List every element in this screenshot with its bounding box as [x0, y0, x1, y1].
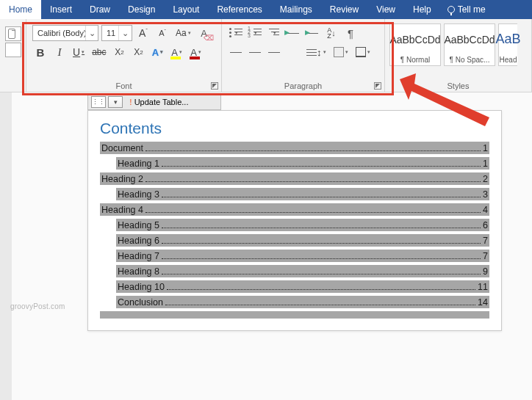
- strikethrough-button[interactable]: abc: [90, 44, 108, 60]
- toc-entry-page: 6: [483, 220, 488, 230]
- toc-entries: Document1Heading 11Heading 22Heading 33H…: [100, 142, 489, 308]
- tab-home[interactable]: Home: [0, 0, 41, 19]
- toc-entry[interactable]: Heading 44: [100, 203, 489, 216]
- font-group-label: Font: [26, 81, 221, 90]
- style-preview: AaBbCcDd: [445, 24, 495, 54]
- toc-leader-dots: [162, 268, 481, 274]
- toc-entry-text: Document: [101, 143, 143, 153]
- style-heading[interactable]: AaB Head: [498, 23, 517, 66]
- italic-button[interactable]: I: [51, 44, 68, 60]
- underline-button[interactable]: U: [71, 44, 87, 60]
- change-case-button[interactable]: Aa: [173, 25, 193, 41]
- toc-leader-dots: [162, 252, 481, 259]
- font-name-combo[interactable]: Calibri (Body) ⌄: [32, 25, 98, 41]
- highlight-button[interactable]: A: [168, 44, 184, 60]
- tell-me-search[interactable]: Tell me: [440, 0, 493, 19]
- tab-insert[interactable]: Insert: [41, 0, 81, 19]
- ribbon: Calibri (Body) ⌄ 11 ⌄ Aˆ Aˇ Aa A⌫ B I U …: [0, 19, 532, 92]
- toc-entry[interactable]: Document1: [100, 142, 489, 154]
- borders-button[interactable]: [353, 44, 373, 60]
- shading-button[interactable]: [331, 44, 351, 60]
- toc-entry[interactable]: Heading 56: [116, 219, 489, 231]
- sort-button[interactable]: AZ↓: [323, 25, 339, 41]
- toc-entry[interactable]: Heading 11: [116, 157, 489, 170]
- style-preview: AaBbCcDd: [390, 24, 440, 54]
- ribbon-tabs: Home Insert Draw Design Layout Reference…: [0, 0, 532, 19]
- update-table-button[interactable]: ! Update Table...: [125, 95, 193, 109]
- style-name: ¶ Normal: [390, 54, 440, 65]
- paragraph-group-label: Paragraph: [222, 81, 384, 90]
- tab-view[interactable]: View: [367, 0, 404, 19]
- align-left-button[interactable]: [228, 44, 244, 60]
- toc-entry-text: Heading 5: [118, 220, 159, 230]
- grow-font-button[interactable]: Aˆ: [135, 25, 151, 41]
- paragraph-dialog-launcher[interactable]: [374, 82, 381, 90]
- toc-entry[interactable]: Heading 33: [116, 188, 489, 200]
- toc-entry-text: Heading 1: [118, 159, 159, 169]
- clipboard-pane: [0, 19, 26, 92]
- toc-entry[interactable]: Heading 22: [100, 172, 489, 185]
- toc-entry-page: 2: [483, 174, 488, 184]
- tab-review[interactable]: Review: [321, 0, 367, 19]
- update-table-label: Update Table...: [134, 98, 189, 106]
- decrease-indent-button[interactable]: ◀: [285, 25, 301, 41]
- toc-entry-page: 11: [478, 282, 488, 292]
- shrink-font-button[interactable]: Aˇ: [154, 25, 170, 41]
- toc-entry[interactable]: Heading 67: [116, 234, 489, 247]
- chevron-down-icon[interactable]: ⌄: [118, 26, 132, 40]
- tab-layout[interactable]: Layout: [164, 0, 208, 19]
- styles-group: AaBbCcDd ¶ Normal AaBbCcDd ¶ No Spac... …: [385, 19, 532, 92]
- text-effects-button[interactable]: A: [149, 44, 165, 60]
- styles-group-label: Styles: [385, 81, 531, 90]
- clear-formatting-button[interactable]: A⌫: [196, 25, 212, 41]
- toc-entry[interactable]: Heading 77: [116, 250, 489, 262]
- line-spacing-button[interactable]: ↕: [304, 44, 328, 60]
- tab-references[interactable]: References: [208, 0, 270, 19]
- clipboard-icon[interactable]: [5, 43, 21, 57]
- toc-handle-icon[interactable]: ⋮⋮: [91, 96, 106, 108]
- tab-help[interactable]: Help: [404, 0, 440, 19]
- style-no-spacing[interactable]: AaBbCcDd ¶ No Spac...: [444, 23, 495, 66]
- toc-leader-dots: [162, 237, 481, 244]
- numbering-button[interactable]: 123: [247, 25, 263, 41]
- lightbulb-icon: [447, 6, 455, 13]
- watermark-text: groovyPost.com: [10, 302, 65, 310]
- paste-icon[interactable]: [5, 26, 21, 41]
- toc-entry-page: 7: [483, 251, 488, 261]
- toc-entry-text: Heading 6: [118, 236, 159, 246]
- font-color-button[interactable]: A: [187, 44, 204, 60]
- align-center-button[interactable]: [247, 44, 263, 60]
- document-page: ⋮⋮ ▾ ! Update Table... Contents Document…: [87, 110, 502, 331]
- toc-entry[interactable]: Conclusion14: [116, 296, 489, 308]
- chevron-down-icon[interactable]: ⌄: [85, 26, 98, 40]
- font-size-combo[interactable]: 11 ⌄: [101, 25, 132, 41]
- align-right-button[interactable]: [266, 44, 282, 60]
- tab-mailings[interactable]: Mailings: [271, 0, 321, 19]
- bold-button[interactable]: B: [32, 44, 48, 60]
- style-preview: AaB: [499, 24, 517, 54]
- show-marks-button[interactable]: ¶: [342, 25, 359, 41]
- style-normal[interactable]: AaBbCcDd ¶ Normal: [389, 23, 441, 66]
- paragraph-group: 123 ◀ ▶ AZ↓ ¶ ↕ Paragraph: [222, 19, 385, 92]
- toc-entry-page: 3: [483, 189, 488, 200]
- toc-entry-text: Heading 2: [101, 174, 143, 184]
- tab-design[interactable]: Design: [119, 0, 164, 19]
- toc-entry[interactable]: Heading 89: [116, 265, 489, 277]
- justify-button[interactable]: [285, 44, 301, 60]
- toc-menu-icon[interactable]: ▾: [108, 96, 123, 108]
- font-dialog-launcher[interactable]: [211, 82, 218, 90]
- multilevel-list-button[interactable]: [266, 25, 282, 41]
- toc-trailing-selection: [100, 311, 489, 319]
- toc-leader-dots: [145, 145, 481, 151]
- subscript-button[interactable]: X2: [111, 44, 127, 60]
- style-name: ¶ No Spac...: [445, 54, 495, 65]
- document-area: groovyPost.com ⋮⋮ ▾ ! Update Table... Co…: [0, 92, 532, 400]
- toc-leader-dots: [145, 175, 481, 182]
- increase-indent-button[interactable]: ▶: [304, 25, 320, 41]
- tab-draw[interactable]: Draw: [81, 0, 119, 19]
- superscript-button[interactable]: X2: [130, 44, 146, 60]
- font-size-value: 11: [102, 29, 118, 37]
- toc-entry[interactable]: Heading 1011: [116, 280, 489, 293]
- bullets-button[interactable]: [228, 25, 244, 41]
- toc-leader-dots: [162, 160, 481, 167]
